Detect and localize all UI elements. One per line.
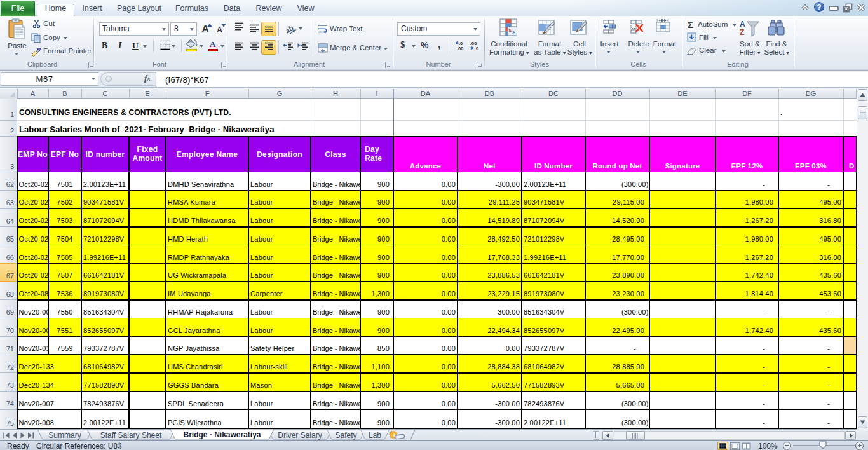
- svg-text:A: A: [740, 20, 745, 29]
- svg-text:≥: ≥: [513, 30, 516, 36]
- svg-text:ab: ab: [284, 24, 295, 34]
- svg-text:≤: ≤: [509, 27, 512, 33]
- svg-text:Z: Z: [740, 28, 744, 37]
- svg-text:.00: .00: [457, 46, 463, 51]
- svg-text:.0: .0: [475, 46, 478, 51]
